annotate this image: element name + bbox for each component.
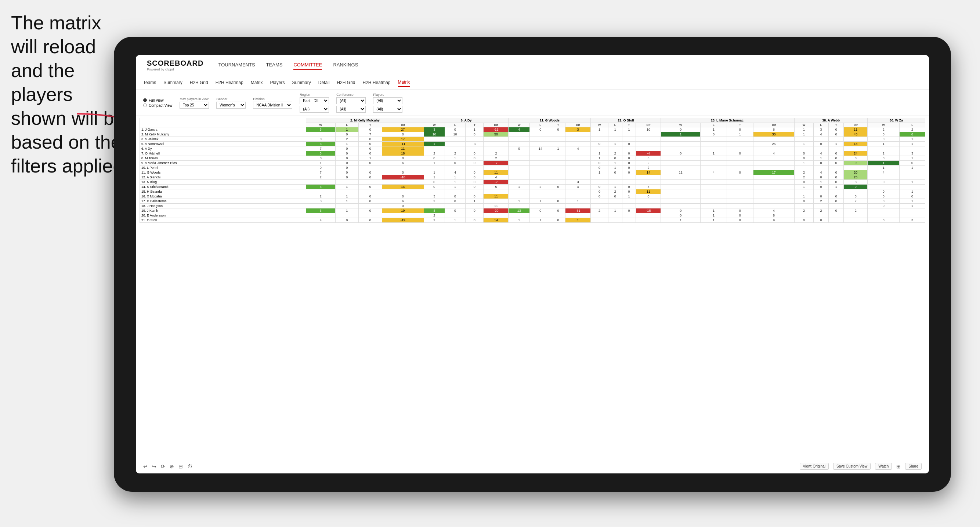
sh-l7: L [900,123,925,127]
tab-teams[interactable]: Teams [143,79,156,87]
player-name: 8. M Torres [140,156,306,161]
share-button[interactable]: Share [905,463,922,470]
tab-summary2[interactable]: Summary [292,79,311,87]
sh-w4: W [591,123,608,127]
view-original-button[interactable]: View: Original [800,463,829,470]
region-filter: Region East - DII West - DII (All) (All) [300,93,329,113]
nav-committee[interactable]: COMMITTEE [293,60,322,70]
player-name: 9. A Maria Jimenez Rios [140,161,306,165]
sh-d5: Dif [753,123,794,127]
player-name: 5. A Nomrowski [140,142,306,146]
region-sub-select[interactable]: (All) [300,106,329,113]
matrix-table: 2. M Kelly Mulcahy 6. A Dy 11. G Woods 2… [140,118,925,223]
player-name: 20. E Andersson [140,213,306,218]
col-header-woods: 11. G Woods [509,118,591,123]
table-row: 13. N Klug 010-2 3 0108 01 [140,180,925,184]
player-name: 10. L Perini [140,165,306,170]
players-select[interactable]: (All) [373,97,402,104]
nav-teams[interactable]: TEAMS [266,60,283,70]
col-header-za: 60. W Za [868,118,925,123]
sh-w3: W [509,123,530,127]
save-custom-view-button[interactable]: Save Custom View [833,463,870,470]
table-row: 10. L Perini 00 0102 11 [140,165,925,170]
tab-h2h-grid[interactable]: H2H Grid [190,79,208,87]
sh-t3: T [551,123,565,127]
sh-w1: W [306,123,335,127]
table-row: 17. D Ballesteros 3106 201 1101 0207 01 [140,199,925,204]
view-options: Full View Compact View [143,98,172,108]
player-name: 7. O Mitchell [140,151,306,156]
tab-h2h-heatmap2[interactable]: H2H Heatmap [363,79,390,87]
player-name: 17. D Ballesteros [140,199,306,204]
sh-d3: Dif [565,123,591,127]
table-row: 20. E Andersson 2 0108 [140,213,925,218]
compact-view-radio[interactable] [143,103,147,107]
tab-matrix2[interactable]: Matrix [398,78,410,87]
col-header-ady: 6. A Dy [424,118,508,123]
region-select[interactable]: East - DII West - DII (All) [300,97,329,104]
watch-button[interactable]: Watch [875,463,892,470]
collaborate-icon[interactable]: ⊞ [896,464,901,469]
table-row: 9. A Maria Jimenez Rios 1006 100-7 0102 … [140,161,925,165]
tab-detail[interactable]: Detail [318,79,330,87]
table-row: 1. J Garcia 31027 301-11 4003 11110 0106… [140,127,925,132]
matrix-wrapper[interactable]: 2. M Kelly Mulcahy 6. A Dy 11. G Woods 2… [136,116,929,459]
settings-icon[interactable]: ⊟ [178,464,183,469]
sh-l3: L [530,123,551,127]
conference-sub-select[interactable]: (All) [336,106,366,113]
full-view-label: Full View [149,98,163,102]
table-row: 18. J Hodgson 0 11 01 [140,204,925,208]
redo-icon[interactable]: ↪ [152,464,156,469]
nav-rankings[interactable]: RANKINGS [333,60,358,70]
player-name: 15. H Stranda [140,189,306,194]
conference-select[interactable]: (All) [336,97,366,104]
tab-players[interactable]: Players [270,79,285,87]
full-view-radio[interactable] [143,98,147,102]
bottom-bar: ↩ ↪ ⟳ ⊕ ⊟ ⏱ View: Original Save Custom V… [136,459,929,473]
clock-icon[interactable]: ⏱ [187,464,192,469]
player-name: 19. J Kamh [140,208,306,213]
table-row: 12. A Bianchi 200-18 1104 20025 [140,175,925,180]
players-sub-select[interactable]: (All) [373,106,402,113]
col-header-stoll: 21. O Stoll [591,118,661,123]
filters-bar: Full View Compact View Max players in vi… [136,90,929,116]
full-view-option[interactable]: Full View [143,98,172,102]
players-label: Players [373,93,402,97]
tab-summary[interactable]: Summary [163,79,182,87]
col-header-schumac: 23. L Marie Schumac. [661,118,795,123]
player-name: 16. X Mcgaha [140,194,306,199]
table-row: 21. O Stoll 400-19 21014 1101 1109 00 03 [140,218,925,223]
sh-l1: L [335,123,358,127]
bottom-toolbar-right: View: Original Save Custom View Watch ⊞ … [800,463,922,470]
table-row: 8. M Torres 0018 0102 1003 0108 01 [140,156,925,161]
zoom-icon[interactable]: ⊕ [170,464,174,469]
max-players-select[interactable]: Top 25 Top 50 All [180,102,209,109]
player-name: 6. A Dy [140,146,306,151]
top-nav-items: TOURNAMENTS TEAMS COMMITTEE RANKINGS [218,60,358,70]
compact-view-option[interactable]: Compact View [143,103,172,108]
sh-d1: Dif [382,123,424,127]
logo-area: SCOREBOARD Powered by clippd [147,59,204,71]
table-row: 11. G Woods 7000 14011 10014 114017 2402… [140,170,925,175]
player-name: 18. J Hodgson [140,204,306,208]
division-select[interactable]: NCAA Division II NCAA Division I NCAA Di… [253,102,292,109]
player-name: 12. A Bianchi [140,175,306,180]
annotation-text: The matrix will reload and the players s… [11,11,129,178]
tab-matrix[interactable]: Matrix [251,79,263,87]
table-row: 16. X Mcgaha 2100 30011 0010 1003 00 [140,194,925,199]
table-row: 3. S Jelinek 02017 01 [140,137,925,142]
gender-select[interactable]: Women's Men's [216,102,246,109]
refresh-icon[interactable]: ⟳ [161,464,165,469]
tab-h2h-heatmap[interactable]: H2H Heatmap [216,79,243,87]
table-row: 6. A Dy 70011 01414 [140,146,925,151]
table-row: 19. J Kamh 31019 400-20 1300-31 210-18 0… [140,208,925,213]
division-label: Division [253,97,292,101]
sh-d4: Dif [636,123,661,127]
player-name: 3. S Jelinek [140,137,306,142]
undo-icon[interactable]: ↩ [143,464,148,469]
logo-title: SCOREBOARD [147,59,204,68]
tab-h2h-grid2[interactable]: H2H Grid [337,79,355,87]
region-label: Region [300,93,329,97]
nav-tournaments[interactable]: TOURNAMENTS [218,60,255,70]
sh-l4: L [608,123,622,127]
